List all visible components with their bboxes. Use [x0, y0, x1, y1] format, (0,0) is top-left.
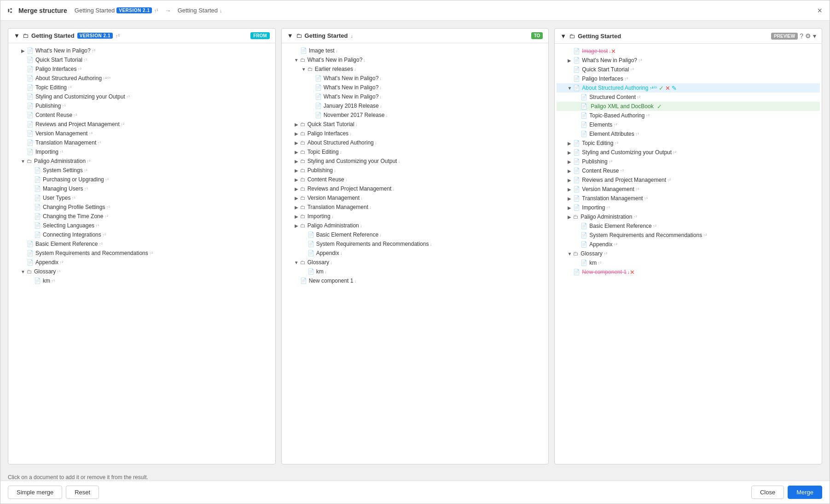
list-item[interactable]: 📄 Element Attributes ↑¹ [557, 129, 820, 139]
list-item[interactable]: 📄 Basic Element Reference ↓ [284, 230, 547, 239]
list-item[interactable]: ▼ 🗀 Glossary ↓ [284, 258, 547, 267]
list-item[interactable]: 📄 New component 1 ↓ [284, 276, 547, 285]
list-item[interactable]: 📄 User Types ↑¹ [10, 193, 273, 203]
expand-icon[interactable]: ▶ [293, 203, 300, 211]
list-item[interactable]: 📄 January 2018 Release ↓ [284, 101, 547, 110]
merge-button[interactable]: Merge [788, 486, 822, 499]
expand-icon[interactable]: ▼ [19, 268, 27, 275]
list-item[interactable]: 📄 Elements ↑² [557, 120, 820, 129]
reject-icon[interactable]: ✕ [665, 85, 670, 92]
list-item[interactable]: ▶ 🗀 Paligo Administration ↑² [557, 212, 820, 221]
expand-icon[interactable]: ▶ [293, 222, 300, 229]
expand-icon[interactable]: ▼ [293, 259, 300, 266]
list-item[interactable]: 📄 Appendix ↑² [10, 258, 273, 267]
list-item[interactable]: ▶ 📄 Paligo Interfaces ↑³ [10, 64, 273, 74]
expand-icon[interactable]: ▶ [293, 139, 300, 146]
list-item[interactable]: ▶ 📄 Styling and Customizing your Output … [10, 92, 273, 101]
list-item[interactable]: ▶ 🗀 About Structured Authoring ↓ [284, 138, 547, 147]
remove-icon[interactable]: ✕ [611, 48, 616, 55]
list-item[interactable]: 📄 Topic-Based Authoring ↑³ [557, 111, 820, 120]
list-item[interactable]: ▶ 🗀 Quick Start Tutorial ↓ [284, 120, 547, 129]
expand-icon[interactable]: ▼ [566, 84, 573, 92]
list-item[interactable]: 📄 New component 1 ↓ ✕ [557, 267, 820, 277]
expand-icon[interactable]: ▶ [566, 176, 573, 184]
list-item[interactable]: 📄 Structured Content ↑² [557, 93, 820, 102]
expand-icon[interactable]: ▶ [293, 121, 300, 128]
list-item[interactable]: 📄 Appendix ↑² [557, 240, 820, 249]
edit-icon[interactable]: ✎ [672, 85, 677, 92]
list-item[interactable]: 📄 Quick Start Tutorial ↑³ [557, 65, 820, 74]
expand-icon[interactable]: ▶ [566, 213, 573, 220]
expand-icon[interactable]: ▼ [566, 250, 573, 257]
list-item[interactable]: 📄 What's New in Paligo? ↓ [284, 83, 547, 92]
list-item[interactable]: 📄 Appendix ↓ [284, 249, 547, 258]
list-item[interactable]: 📄 Changing Profile Settings ↑² [10, 203, 273, 212]
list-item[interactable]: ▼ 🗀 Earlier releases ↓ [284, 64, 547, 74]
list-item[interactable]: ▶ 🗀 Importing ↓ [284, 212, 547, 221]
list-item[interactable]: ▶ 🗀 Styling and Customizing your Output … [284, 156, 547, 166]
list-item[interactable]: ▼ 🗀 Paligo Administration ↑³ [10, 156, 273, 166]
close-icon-header[interactable]: × [817, 6, 822, 15]
expand-icon[interactable]: ▶ [566, 185, 573, 193]
list-item[interactable]: 📄 Managing Users ↑¹ [10, 184, 273, 193]
list-item[interactable]: ▼ 🗀 Glossary ↑² [557, 249, 820, 258]
list-item[interactable]: 📄 Purchasing or Upgrading ↑² [10, 175, 273, 184]
list-item[interactable]: 📄 What's New in Paligo? ↓ [284, 92, 547, 101]
list-item[interactable]: 📄 System Requirements and Recommendation… [284, 239, 547, 249]
expand-icon[interactable]: ▶ [566, 167, 573, 174]
expand-icon[interactable]: ▶ [566, 139, 573, 147]
list-item[interactable]: ▶ 📄 Topic Editing ↑³ [557, 139, 820, 148]
list-item[interactable]: 📄 System Settings ↑¹ [10, 166, 273, 175]
list-item[interactable]: 📄 System Requirements and Recommendation… [10, 249, 273, 258]
list-item[interactable]: ▶ 🗀 Paligo Administration ↓ [284, 221, 547, 230]
list-item[interactable]: 📄 Paligo XML and DocBook ✓ [557, 102, 820, 111]
list-item[interactable]: 📄 Changing the Time Zone ↑² [10, 212, 273, 221]
list-item[interactable]: ▼ 🗀 Glossary ↑¹ [10, 267, 273, 276]
list-item[interactable]: 📄 km ↑¹ [10, 276, 273, 285]
accept-icon[interactable]: ✓ [659, 85, 664, 92]
check-icon[interactable]: ✓ [657, 103, 662, 110]
expand-icon[interactable]: ▼ [19, 157, 27, 165]
list-item[interactable]: ▶ 📄 Importing ↑¹ [557, 203, 820, 212]
list-item[interactable]: ▶ 📄 Reviews and Project Management ↑² [557, 175, 820, 185]
simple-merge-button[interactable]: Simple merge [8, 486, 62, 499]
chevron-down-icon[interactable]: ▾ [813, 32, 816, 40]
close-button[interactable]: Close [751, 486, 784, 499]
expand-icon[interactable]: ▶ [566, 195, 573, 202]
list-item[interactable]: ▶ 📄 Translation Management ↑¹ [10, 138, 273, 147]
expand-icon[interactable]: ▶ [293, 213, 300, 220]
expand-icon[interactable]: ▼ [300, 65, 308, 73]
list-item[interactable]: ▶ 📄 What's New in Paligo? ↑³ [10, 46, 273, 55]
list-item[interactable]: ▼ 🗀 What's New in Paligo? ↓ [284, 55, 547, 64]
list-item[interactable]: ▶ 📄 Topic Editing ↑³ [10, 83, 273, 92]
gear-icon[interactable]: ⚙ [805, 32, 811, 40]
expand-icon[interactable]: ▶ [566, 57, 573, 64]
preview-panel-toggle[interactable]: ▼ [560, 33, 566, 40]
expand-icon[interactable]: ▶ [293, 130, 300, 137]
expand-icon[interactable]: ▶ [293, 148, 300, 156]
list-item[interactable]: 📄 km ↑¹ [557, 258, 820, 267]
list-item[interactable]: 📄 Image test ↓ ✕ [557, 46, 820, 56]
list-item[interactable]: ▶ 🗀 Publishing ↓ [284, 166, 547, 175]
list-item[interactable]: 📄 November 2017 Release ↓ [284, 110, 547, 120]
list-item[interactable]: ▼ 📄 About Structured Authoring ↑⁴⁽⁰⁾ ✓ ✕… [557, 83, 820, 93]
expand-icon[interactable]: ▶ [293, 194, 300, 202]
expand-icon[interactable]: ▶ [566, 158, 573, 165]
expand-icon[interactable]: ▶ [566, 149, 573, 156]
list-item[interactable]: 📄 What's New in Paligo? ↓ [284, 74, 547, 83]
list-item[interactable]: ▶ 📄 Publishing ↑² [557, 157, 820, 166]
list-item[interactable]: ▶ 📄 Publishing ↑¹ [10, 101, 273, 110]
list-item[interactable]: ▶ 📄 Version Management ↑³ [10, 129, 273, 138]
expand-icon[interactable]: ▶ [566, 204, 573, 211]
list-item[interactable]: ▶ 🗀 Topic Editing ↓ [284, 147, 547, 156]
from-panel-toggle[interactable]: ▼ [14, 32, 20, 39]
expand-icon[interactable]: ▶ [293, 167, 300, 174]
list-item[interactable]: ▶ 🗀 Paligo Interfaces ↓ [284, 129, 547, 138]
list-item[interactable]: ▶ 🗀 Version Management ↓ [284, 193, 547, 203]
to-panel-toggle[interactable]: ▼ [287, 32, 293, 39]
remove-icon[interactable]: ✕ [630, 269, 635, 276]
list-item[interactable]: 📄 Connecting Integrations ↑² [10, 230, 273, 239]
reset-button[interactable]: Reset [66, 486, 99, 499]
expand-icon[interactable]: ▶ [293, 176, 300, 183]
list-item[interactable]: ▶ 📄 What's New in Paligo? ↑³ [557, 56, 820, 65]
